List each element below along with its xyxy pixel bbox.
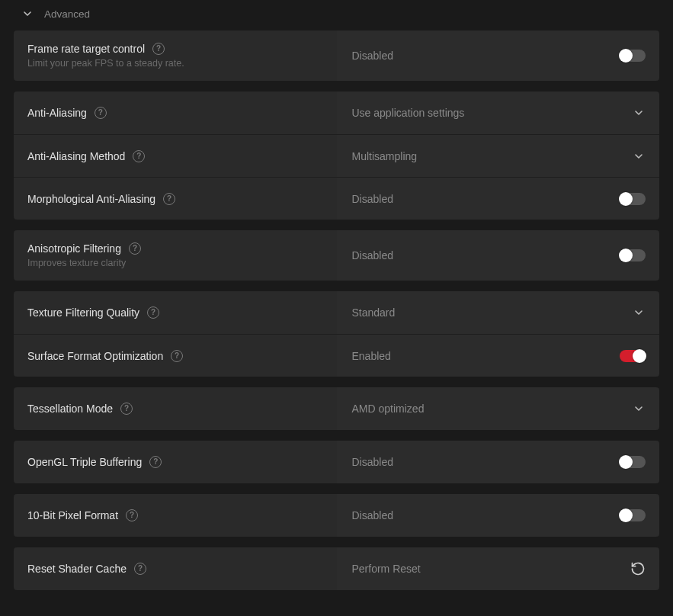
setting-title: Reset Shader Cache [27,563,127,575]
chevron-down-icon [21,8,34,20]
help-icon[interactable] [163,193,175,205]
settings-group: 10-Bit Pixel FormatDisabled [14,494,659,537]
setting-control-area: Enabled [337,335,660,377]
toggle-switch[interactable] [620,193,646,205]
toggle-switch[interactable] [620,456,646,468]
setting-value: Enabled [352,350,391,362]
setting-subtitle: Improves texture clarity [27,258,323,268]
setting-control-area: Disabled [337,30,660,81]
settings-group: Texture Filtering QualityStandardSurface… [14,291,659,377]
setting-title: Frame rate target control [27,43,145,55]
help-icon[interactable] [126,509,138,521]
chevron-down-icon[interactable] [632,106,646,120]
setting-value: Disabled [352,509,393,521]
chevron-down-icon[interactable] [632,402,646,415]
setting-title: Anti-Aliasing Method [27,150,125,162]
setting-label-area: Anisotropic FilteringImproves texture cl… [14,230,337,281]
setting-title: Morphological Anti-Aliasing [27,193,155,205]
setting-control-area[interactable]: Perform Reset [337,547,660,590]
help-icon[interactable] [147,306,159,319]
setting-title: Anisotropic Filtering [27,242,121,255]
setting-control-area[interactable]: AMD optimized [337,387,660,430]
help-icon[interactable] [133,150,145,162]
toggle-knob [619,455,633,469]
advanced-section-header[interactable]: Advanced [14,0,659,30]
help-icon[interactable] [120,403,133,415]
setting-control-area[interactable]: Use application settings [337,91,660,134]
toggle-knob [633,349,646,363]
setting-title: Texture Filtering Quality [27,306,139,319]
toggle-switch[interactable] [620,50,646,62]
toggle-knob [619,509,633,522]
setting-row-aniso: Anisotropic FilteringImproves texture cl… [14,230,659,281]
toggle-switch[interactable] [620,350,646,362]
setting-title: 10-Bit Pixel Format [27,509,118,521]
help-icon[interactable] [129,242,141,255]
help-icon[interactable] [171,350,183,362]
chevron-down-icon[interactable] [632,149,646,163]
toggle-switch[interactable] [620,249,646,261]
setting-label-area: Surface Format Optimization [14,335,337,377]
setting-control-area: Disabled [337,494,660,537]
setting-row-10bit: 10-Bit Pixel FormatDisabled [14,494,659,537]
setting-label-area: 10-Bit Pixel Format [14,494,337,537]
toggle-knob [619,192,633,206]
setting-label-area: Texture Filtering Quality [14,291,337,334]
chevron-down-icon[interactable] [632,306,646,319]
setting-label-area: Reset Shader Cache [14,547,337,590]
setting-title: Tessellation Mode [27,403,113,415]
setting-label-area: Morphological Anti-Aliasing [14,178,337,220]
help-icon[interactable] [149,456,162,468]
toggle-knob [619,49,633,63]
setting-value: Multisampling [352,150,418,162]
settings-group: Reset Shader CachePerform Reset [14,547,659,590]
advanced-section-title: Advanced [44,8,90,20]
setting-value: AMD optimized [352,403,425,415]
setting-row-mlaa: Morphological Anti-AliasingDisabled [14,177,659,220]
setting-value: Use application settings [352,107,465,119]
reset-icon[interactable] [630,561,646,576]
setting-control-area[interactable]: Multisampling [337,135,660,177]
settings-group: Anti-AliasingUse application settingsAnt… [14,91,659,220]
help-icon[interactable] [95,107,107,119]
setting-label-area: Tessellation Mode [14,387,337,430]
setting-value: Disabled [352,456,393,468]
setting-value: Perform Reset [352,563,421,575]
setting-row-ogl-tb: OpenGL Triple BufferingDisabled [14,441,659,483]
setting-title: OpenGL Triple Buffering [27,456,142,468]
help-icon[interactable] [152,43,165,55]
toggle-switch[interactable] [620,509,646,521]
settings-group: Anisotropic FilteringImproves texture cl… [14,230,659,281]
setting-row-aa: Anti-AliasingUse application settings [14,91,659,134]
setting-value: Standard [352,306,396,319]
settings-group: Frame rate target controlLimit your peak… [14,30,659,81]
setting-control-area: Disabled [337,441,660,483]
setting-value: Disabled [352,50,393,62]
setting-value: Disabled [352,249,393,261]
setting-row-aa-method: Anti-Aliasing MethodMultisampling [14,134,659,177]
setting-row-frtc: Frame rate target controlLimit your peak… [14,30,659,81]
toggle-knob [619,249,633,262]
setting-row-shader-reset: Reset Shader CachePerform Reset [14,547,659,590]
setting-value: Disabled [352,193,393,205]
setting-title: Anti-Aliasing [27,107,87,119]
settings-group: OpenGL Triple BufferingDisabled [14,441,659,483]
settings-group: Tessellation ModeAMD optimized [14,387,659,430]
setting-control-area[interactable]: Standard [337,291,660,334]
setting-title: Surface Format Optimization [27,350,163,362]
setting-subtitle: Limit your peak FPS to a steady rate. [27,58,323,69]
setting-control-area: Disabled [337,230,660,281]
setting-label-area: Frame rate target controlLimit your peak… [14,30,337,81]
setting-row-tfq: Texture Filtering QualityStandard [14,291,659,334]
setting-label-area: OpenGL Triple Buffering [14,441,337,483]
setting-row-sfo: Surface Format OptimizationEnabled [14,334,659,377]
setting-row-tess: Tessellation ModeAMD optimized [14,387,659,430]
setting-label-area: Anti-Aliasing Method [14,135,337,177]
setting-label-area: Anti-Aliasing [14,91,337,134]
setting-control-area: Disabled [337,178,660,220]
help-icon[interactable] [134,563,146,575]
